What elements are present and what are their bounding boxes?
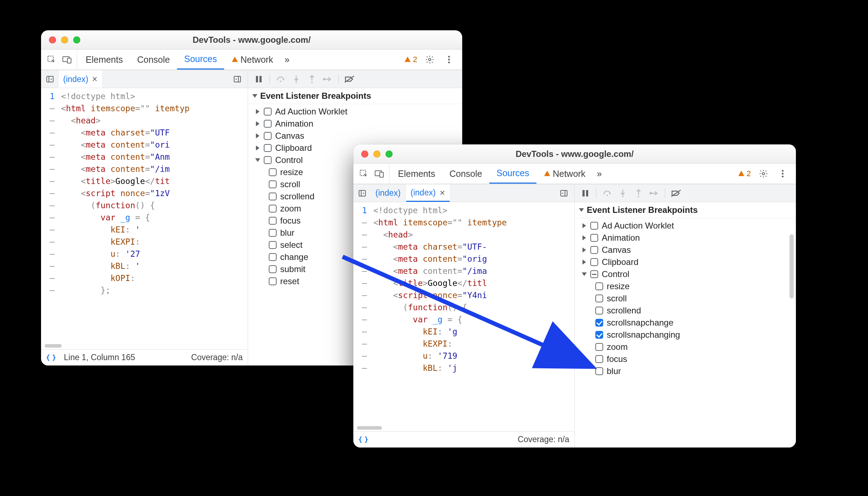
deactivate-breakpoints-icon[interactable] bbox=[343, 73, 356, 86]
warning-badge[interactable]: 2 bbox=[404, 55, 417, 64]
navigator-toggle-icon[interactable] bbox=[356, 187, 368, 199]
device-toolbar-icon[interactable] bbox=[60, 53, 74, 66]
close-window-icon[interactable] bbox=[361, 150, 368, 158]
category-animation[interactable]: Animation bbox=[250, 118, 460, 130]
checkbox[interactable] bbox=[269, 241, 277, 249]
checkbox[interactable] bbox=[590, 222, 598, 230]
code-editor[interactable]: 1<!doctype html>–<html itemscope="" item… bbox=[41, 88, 248, 349]
close-tab-icon[interactable]: ✕ bbox=[92, 75, 98, 83]
more-tabs-icon[interactable]: » bbox=[592, 164, 606, 184]
bp-resize[interactable]: resize bbox=[577, 280, 794, 292]
bp-focus[interactable]: focus bbox=[577, 353, 794, 365]
category-control[interactable]: Control bbox=[577, 268, 794, 280]
checkbox[interactable] bbox=[269, 217, 277, 225]
tab-network[interactable]: Network bbox=[536, 164, 593, 184]
file-tab-index[interactable]: (index) ✕ bbox=[59, 70, 102, 88]
checkbox[interactable] bbox=[269, 253, 277, 261]
checkbox[interactable] bbox=[590, 258, 598, 266]
navigator-toggle-icon[interactable] bbox=[44, 73, 56, 85]
horizontal-scrollbar[interactable] bbox=[45, 344, 62, 348]
close-tab-icon[interactable]: ✕ bbox=[439, 189, 445, 197]
bp-blur[interactable]: blur bbox=[577, 365, 794, 377]
checkbox[interactable] bbox=[595, 355, 603, 363]
checkbox[interactable] bbox=[264, 132, 272, 140]
category-canvas[interactable]: Canvas bbox=[577, 244, 794, 256]
checkbox[interactable] bbox=[590, 246, 598, 254]
tab-sources[interactable]: Sources bbox=[489, 164, 536, 184]
debugger-toggle-icon[interactable] bbox=[558, 187, 570, 199]
minimize-window-icon[interactable] bbox=[61, 36, 68, 44]
checkbox[interactable] bbox=[269, 193, 277, 200]
category-ad-auction[interactable]: Ad Auction Worklet bbox=[250, 106, 460, 118]
tab-elements[interactable]: Elements bbox=[79, 50, 130, 70]
debugger-toggle-icon[interactable] bbox=[231, 73, 243, 85]
file-tab-index-b[interactable]: (index) ✕ bbox=[406, 184, 449, 202]
step-out-icon[interactable] bbox=[632, 187, 645, 200]
step-into-icon[interactable] bbox=[616, 187, 629, 200]
checkbox[interactable] bbox=[595, 343, 603, 351]
checkbox[interactable] bbox=[269, 168, 277, 176]
checkbox-checked[interactable] bbox=[595, 331, 603, 339]
code-editor[interactable]: 1<!doctype html>–<html itemscope="" item… bbox=[353, 202, 574, 431]
checkbox[interactable] bbox=[595, 282, 603, 290]
kebab-menu-icon[interactable] bbox=[776, 167, 789, 180]
settings-icon[interactable] bbox=[757, 167, 770, 180]
bp-scrollsnapchange[interactable]: scrollsnapchange bbox=[577, 317, 794, 329]
window-titlebar[interactable]: DevTools - www.google.com/ bbox=[41, 30, 462, 50]
window-titlebar[interactable]: DevTools - www.google.com/ bbox=[353, 144, 796, 164]
inspect-icon[interactable] bbox=[45, 53, 58, 66]
zoom-window-icon[interactable] bbox=[385, 150, 393, 158]
category-ad-auction[interactable]: Ad Auction Worklet bbox=[577, 220, 794, 232]
vertical-scrollbar[interactable] bbox=[789, 234, 794, 298]
tab-sources[interactable]: Sources bbox=[177, 50, 224, 70]
step-out-icon[interactable] bbox=[306, 73, 318, 86]
checkbox[interactable] bbox=[264, 108, 272, 116]
category-canvas[interactable]: Canvas bbox=[250, 130, 460, 142]
section-event-listener-breakpoints[interactable]: Event Listener Breakpoints bbox=[248, 88, 462, 104]
bp-scrollend[interactable]: scrollend bbox=[577, 305, 794, 317]
checkbox[interactable] bbox=[269, 265, 277, 273]
tab-console[interactable]: Console bbox=[442, 164, 489, 184]
pretty-print-icon[interactable] bbox=[358, 435, 368, 444]
minimize-window-icon[interactable] bbox=[373, 150, 380, 158]
warning-badge[interactable]: 2 bbox=[738, 169, 751, 178]
tab-network[interactable]: Network bbox=[224, 50, 281, 70]
checkbox[interactable] bbox=[264, 120, 272, 128]
checkbox[interactable] bbox=[595, 307, 603, 315]
step-icon[interactable] bbox=[321, 73, 334, 86]
breakpoints-tree[interactable]: Ad Auction Worklet Animation Canvas Clip… bbox=[575, 218, 796, 448]
category-animation[interactable]: Animation bbox=[577, 232, 794, 244]
kebab-menu-icon[interactable] bbox=[442, 53, 456, 66]
tab-console[interactable]: Console bbox=[130, 50, 177, 70]
horizontal-scrollbar[interactable] bbox=[357, 426, 382, 430]
file-tab-index-a[interactable]: (index) bbox=[371, 184, 405, 202]
category-clipboard[interactable]: Clipboard bbox=[577, 256, 794, 268]
step-over-icon[interactable] bbox=[274, 73, 287, 86]
checkbox[interactable] bbox=[264, 144, 272, 152]
close-window-icon[interactable] bbox=[49, 36, 56, 44]
checkbox[interactable] bbox=[590, 234, 598, 242]
deactivate-breakpoints-icon[interactable] bbox=[670, 187, 682, 200]
pause-icon[interactable] bbox=[252, 73, 265, 86]
zoom-window-icon[interactable] bbox=[73, 36, 80, 44]
checkbox[interactable] bbox=[269, 180, 277, 188]
checkbox-indeterminate[interactable] bbox=[590, 270, 598, 278]
checkbox[interactable] bbox=[595, 367, 603, 375]
checkbox[interactable] bbox=[269, 205, 277, 213]
device-toolbar-icon[interactable] bbox=[373, 167, 386, 180]
bp-scrollsnapchanging[interactable]: scrollsnapchanging bbox=[577, 329, 794, 341]
pause-icon[interactable] bbox=[579, 187, 592, 200]
more-tabs-icon[interactable]: » bbox=[280, 50, 294, 70]
checkbox[interactable] bbox=[595, 295, 603, 302]
settings-icon[interactable] bbox=[423, 53, 436, 66]
checkbox-checked[interactable] bbox=[595, 319, 603, 327]
bp-zoom[interactable]: zoom bbox=[577, 341, 794, 353]
checkbox[interactable] bbox=[269, 277, 277, 285]
checkbox[interactable] bbox=[269, 229, 277, 237]
tab-elements[interactable]: Elements bbox=[391, 164, 442, 184]
step-over-icon[interactable] bbox=[601, 187, 614, 200]
pretty-print-icon[interactable] bbox=[46, 353, 56, 362]
bp-scroll[interactable]: scroll bbox=[577, 292, 794, 305]
step-into-icon[interactable] bbox=[290, 73, 303, 86]
checkbox[interactable] bbox=[264, 156, 272, 164]
